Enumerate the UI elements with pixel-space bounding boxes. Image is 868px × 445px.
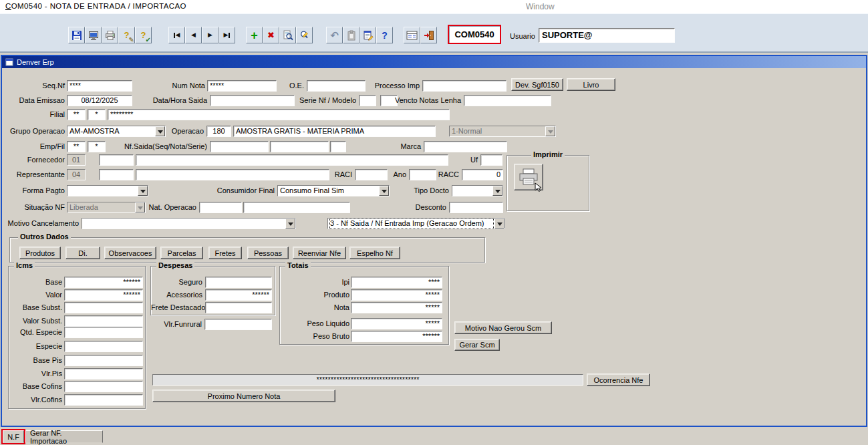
icms-base-input[interactable]: ****** <box>64 277 143 288</box>
search-form-button[interactable] <box>279 27 296 43</box>
icms-especie-input[interactable] <box>64 341 143 352</box>
icms-qtd-especie-input[interactable] <box>64 327 143 338</box>
ocorrencia-nfe-button[interactable]: Ocorrencia Nfe <box>587 374 650 386</box>
racc-input[interactable]: 0 <box>462 169 503 180</box>
forma-pagto-label: Forma Pagto <box>3 185 65 196</box>
gerar-scm-button[interactable]: Gerar Scm <box>454 339 500 351</box>
nav-next-button[interactable]: ▶ <box>202 27 219 43</box>
desconto-input[interactable] <box>449 202 503 213</box>
icms-valor-input[interactable]: ****** <box>64 289 143 301</box>
frete-destacado-input[interactable] <box>205 302 272 313</box>
operacao-desc-input[interactable]: AMOSTRA GRATIS - MATERIA PRIMA <box>233 126 436 137</box>
observacoes-button[interactable]: Observacoes <box>104 247 156 259</box>
uf-input[interactable] <box>480 154 502 166</box>
acessorios-input[interactable]: ****** <box>205 289 272 301</box>
filial-desc-input[interactable]: ******** <box>108 109 450 120</box>
raci-label: RACI <box>321 169 352 180</box>
processo-imp-input[interactable] <box>422 80 507 92</box>
nat-operacao-code-input[interactable] <box>199 202 242 213</box>
fretes-button[interactable]: Fretes <box>208 247 242 259</box>
nf-saida-nota-input[interactable] <box>270 141 329 152</box>
marca-input[interactable] <box>424 141 507 152</box>
help-button[interactable]: ? <box>376 27 393 43</box>
parcelas-button[interactable]: Parcelas <box>160 247 203 259</box>
livro-button[interactable]: Livro <box>567 78 615 91</box>
nav-first-bar-icon <box>174 33 175 38</box>
search-edit-button[interactable] <box>296 27 313 43</box>
imprimir-button[interactable] <box>514 164 543 190</box>
nav-prev-button[interactable]: ◀ <box>185 27 202 43</box>
representante-desc-input[interactable] <box>136 169 329 180</box>
oe-input[interactable] <box>307 80 366 92</box>
di-button[interactable]: Di. <box>65 247 100 259</box>
proximo-numero-nota-button[interactable]: Proximo Numero Nota <box>152 390 335 402</box>
motivo-nao-gerou-scm-button[interactable]: Motivo Nao Gerou Scm <box>454 321 552 334</box>
pessoas-button[interactable]: Pessoas <box>247 247 289 259</box>
print-button[interactable] <box>102 27 118 43</box>
chevron-down-icon <box>379 186 389 196</box>
enter-query-button[interactable]: ? ✎ <box>118 27 135 43</box>
imprimir-group: Imprimir <box>507 155 589 211</box>
desconto-label: Desconto <box>405 202 446 213</box>
peso-liquido-label: Peso Liquido <box>281 318 349 329</box>
serie-nf-input[interactable] <box>359 95 376 106</box>
forma-pagto-select[interactable] <box>67 185 148 196</box>
save-button[interactable] <box>68 27 85 43</box>
nav-first-button[interactable]: ◀ <box>168 27 185 43</box>
tipo-docto-select[interactable] <box>452 185 503 196</box>
icms-valor-subst-input[interactable] <box>64 315 143 327</box>
fil-input[interactable]: * <box>88 141 106 152</box>
consumidor-final-select[interactable]: Consumo Final Sim <box>277 185 390 196</box>
base-cofins-label: Base Cofins <box>9 381 62 392</box>
representante-num-input[interactable] <box>99 169 134 180</box>
vencto-notas-lenha-input[interactable] <box>464 95 551 106</box>
fornecedor-desc-input[interactable] <box>136 154 448 166</box>
tab-nf[interactable]: N.F <box>3 430 24 443</box>
vlr-cofins-input[interactable] <box>64 394 143 406</box>
vlr-funrural-input[interactable] <box>204 319 272 330</box>
nav-last-button[interactable]: ▶ <box>219 27 235 43</box>
dev-sgf0150-button[interactable]: Dev. Sgf0150 <box>511 78 563 91</box>
filial-emp-input[interactable]: ** <box>67 109 86 120</box>
grupo-operacao-select[interactable]: AM-AMOSTRA <box>67 126 166 137</box>
monitor-button[interactable] <box>85 27 102 43</box>
nota-input[interactable]: ***** <box>351 302 442 313</box>
delete-record-button[interactable]: ✖ <box>263 27 279 43</box>
espelho-nf-button[interactable]: Espelho Nf <box>349 247 400 259</box>
edit-form-button[interactable] <box>359 27 376 43</box>
tab-gerar-nf-importacao[interactable]: Gerar NF. Importacao <box>25 430 103 443</box>
vlr-pis-input[interactable] <box>64 368 143 380</box>
fornecedor-num-input[interactable] <box>99 154 134 166</box>
filial-fil-input[interactable]: * <box>88 109 106 120</box>
exit-button[interactable] <box>420 27 437 43</box>
ipi-input[interactable]: **** <box>351 277 442 288</box>
add-record-button[interactable]: + <box>246 27 263 43</box>
app-title: Denver Erp <box>17 58 54 66</box>
icms-base-subst-input[interactable] <box>64 302 143 313</box>
paste-button[interactable] <box>343 27 359 43</box>
base-pis-input[interactable] <box>64 355 143 366</box>
seq-nf-input[interactable]: **** <box>67 80 132 92</box>
produtos-button[interactable]: Produtos <box>19 247 61 259</box>
nat-operacao-desc-input[interactable] <box>243 202 350 213</box>
icms-title: Icms <box>14 261 35 269</box>
chevron-down-icon <box>135 202 145 212</box>
emp-input[interactable]: ** <box>67 141 86 152</box>
produto-input[interactable]: ***** <box>351 289 442 301</box>
nf-saida-seq-input[interactable] <box>210 141 269 152</box>
usuario-input[interactable]: SUPORTE@ <box>539 28 675 43</box>
nf-geracao-select[interactable]: 3 - Nf Saida / Nf Entrada Imp (Geracao O… <box>327 218 505 229</box>
peso-liquido-input[interactable]: ***** <box>351 318 442 329</box>
seguro-input[interactable] <box>205 277 272 288</box>
motivo-cancelamento-select[interactable] <box>82 218 296 229</box>
data-hora-saida-input[interactable] <box>210 95 295 106</box>
operacao-code-input[interactable]: 180 <box>206 126 231 137</box>
execute-query-button[interactable]: ? ✔ <box>135 27 152 43</box>
reenviar-nfe-button[interactable]: Reenviar Nfe <box>293 247 346 259</box>
peso-bruto-input[interactable]: ****** <box>351 331 442 342</box>
nf-saida-serie-input[interactable] <box>330 141 346 152</box>
undo-button[interactable]: ↶ <box>326 27 343 43</box>
base-cofins-input[interactable] <box>64 381 143 392</box>
list-button[interactable] <box>404 27 420 43</box>
data-emissao-input[interactable]: 08/12/2025 <box>67 95 132 106</box>
